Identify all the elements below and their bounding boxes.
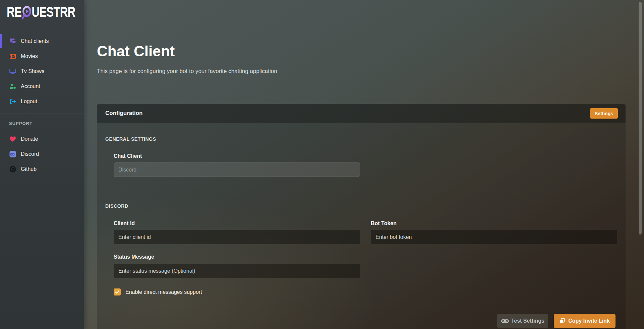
dm-support-label: Enable direct messages support (125, 289, 202, 295)
page-subtitle: This page is for configuring your bot to… (97, 68, 277, 75)
sidebar-item-label: Movies (21, 53, 38, 59)
discord-icon (9, 150, 16, 158)
sidebar-item-label: Tv Shows (21, 68, 44, 74)
sidebar-item-chat-clients[interactable]: Chat clients (0, 34, 84, 49)
logo-q-icon (21, 5, 32, 20)
sidebar-item-label: Donate (21, 136, 38, 142)
sidebar-item-movies[interactable]: Movies (0, 49, 84, 64)
sidebar-item-account[interactable]: Account (0, 79, 84, 94)
user-shield-icon (9, 83, 16, 90)
chat-client-label: Chat Client (114, 153, 142, 159)
page-title: Chat Client (97, 43, 175, 60)
gears-icon: ⚙⚙ (501, 318, 508, 324)
discord-section-heading: DISCORD (105, 203, 128, 209)
section-divider (97, 193, 626, 193)
sidebar-item-label: Github (21, 166, 37, 172)
sidebar-item-donate[interactable]: Donate (0, 131, 84, 146)
sidebar-item-label: Account (21, 83, 40, 89)
logo-text-pre: RE (7, 4, 21, 20)
sidebar-divider (0, 114, 84, 114)
test-settings-button[interactable]: ⚙⚙ Test Settings (497, 314, 548, 328)
app-root: RE UESTRR Chat client (0, 0, 644, 329)
scrollbar-thumb[interactable] (639, 2, 642, 235)
tv-icon (9, 68, 16, 75)
dm-support-checkbox[interactable] (114, 288, 121, 295)
card-header: Configuration Settings (97, 104, 626, 123)
sidebar-item-tv-shows[interactable]: Tv Shows (0, 64, 84, 79)
copy-invite-link-button[interactable]: Copy Invite Link (554, 314, 616, 328)
sign-out-icon (9, 98, 16, 105)
chat-client-select[interactable]: Discord (114, 162, 360, 177)
client-id-input[interactable] (114, 230, 360, 244)
sidebar-item-logout[interactable]: Logout (0, 94, 84, 109)
main-content: Chat Client This page is for configuring… (84, 0, 644, 329)
status-message-input[interactable] (114, 264, 360, 278)
sidebar-support-nav: Donate Discord (0, 131, 84, 177)
check-icon (115, 290, 119, 294)
card-title: Configuration (105, 110, 142, 117)
chat-bubbles-icon (9, 38, 16, 45)
bot-token-input[interactable] (371, 230, 617, 244)
sidebar-item-label: Logout (21, 98, 37, 105)
support-heading: SUPPORT (9, 121, 33, 126)
sidebar-item-label: Discord (21, 151, 39, 157)
test-settings-label: Test Settings (511, 318, 544, 324)
logo-text-post: UESTRR (32, 4, 75, 20)
copy-icon (560, 318, 565, 324)
status-message-label: Status Message (114, 254, 154, 260)
configuration-card: Configuration Settings GENERAL SETTINGS … (97, 104, 626, 329)
sidebar-item-label: Chat clients (21, 38, 49, 44)
settings-button[interactable]: Settings (590, 108, 618, 119)
general-settings-heading: GENERAL SETTINGS (105, 136, 156, 142)
requestrr-logo: RE UESTRR (7, 4, 75, 20)
sidebar-item-github[interactable]: Github (0, 161, 84, 177)
sidebar-nav: Chat clients Movies (0, 34, 84, 109)
client-id-label: Client Id (114, 220, 135, 226)
heart-icon (9, 135, 16, 143)
sidebar-item-discord[interactable]: Discord (0, 146, 84, 161)
film-icon (9, 53, 16, 60)
github-icon (9, 166, 16, 173)
sidebar: RE UESTRR Chat client (0, 0, 84, 329)
bot-token-label: Bot Token (371, 220, 397, 226)
copy-invite-link-label: Copy Invite Link (568, 318, 610, 324)
